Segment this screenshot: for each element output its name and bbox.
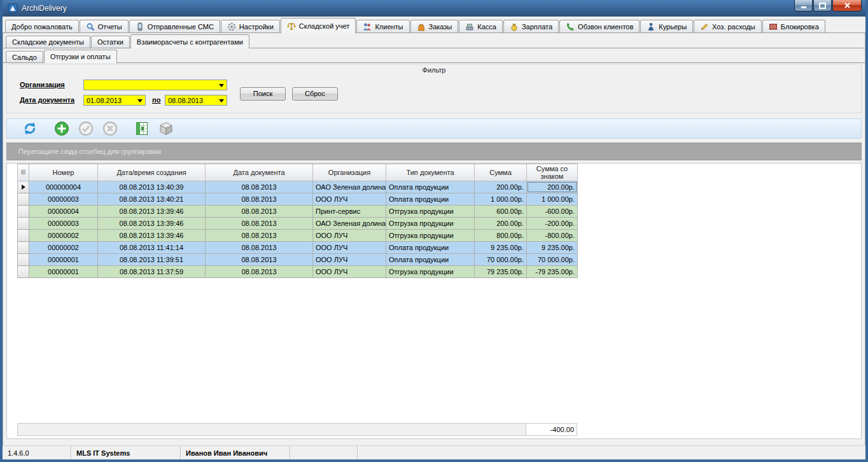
chevron-down-icon [219,84,224,90]
tab-label: Настройки [239,23,274,31]
cell-sum-signed: 1 000.00р. [527,193,578,206]
row-indicator[interactable] [18,181,29,193]
add-button[interactable] [53,120,71,137]
cell-number: 00000001 [29,266,98,278]
table-row[interactable]: 000000004 08.08.2013 13:40:39 08.08.2013… [18,181,578,193]
tab-household-expenses[interactable]: Хоз. расходы [694,20,762,32]
date-from-value: 01.08.2013 [87,97,122,104]
row-indicator[interactable] [18,218,29,230]
tab-label: Взаиморасчеты с контрагентами [137,38,243,46]
summary-spacer [18,424,526,435]
cell-sum-signed: 200.00р. [527,181,578,193]
reset-button[interactable]: Сброс [292,87,338,101]
cell-created: 08.08.2013 11:41:14 [98,242,206,254]
tab-shipments-payments[interactable]: Отгрузки и оплаты [44,50,117,63]
sms-phone-icon [136,22,144,31]
tab-label: Заказы [429,23,452,31]
group-by-hint: Перетащите сюда столбец для группировки [18,148,161,155]
tab-warehouse-documents[interactable]: Складские документы [6,36,90,48]
tab-warehouse-accounting[interactable]: Складской учет [281,18,356,33]
tab-label: Складской учет [299,22,350,30]
app-icon [8,3,18,13]
tab-label: Клиенты [375,23,403,31]
tab-stock-balance[interactable]: Остатки [91,36,130,48]
tab-label: Остатки [97,38,123,46]
row-indicator[interactable] [18,242,29,254]
tab-reports[interactable]: Отчеты [80,20,129,32]
cell-number: 00000003 [29,193,98,206]
tab-label: Курьеры [659,23,687,31]
row-indicator[interactable] [18,193,29,206]
cell-number: 00000002 [29,242,98,254]
column-header-doc-date[interactable]: Дата документа [206,164,313,181]
tab-label: Хоз. расходы [712,23,755,31]
table-row[interactable]: 00000003 08.08.2013 13:40:21 08.08.2013 … [18,193,578,206]
tab-clients[interactable]: Клиенты [356,20,409,32]
tab-label: Обзвон клиентов [578,23,633,31]
cell-sum-signed: 9 235.00р. [527,242,578,254]
row-indicator[interactable] [18,230,29,242]
table-row[interactable]: 00000002 08.08.2013 11:41:14 08.08.2013 … [18,242,578,254]
date-from-combobox[interactable]: 01.08.2013 [83,95,146,106]
row-indicator[interactable] [18,254,29,266]
row-indicator[interactable] [18,266,29,278]
column-header-doc-type[interactable]: Тип документа [386,164,475,181]
cell-doc-type: Отгрузка продукции [386,218,475,230]
maximize-button[interactable] [813,0,832,11]
tab-welcome[interactable]: Добро пожаловать [5,20,79,32]
table-row[interactable]: 00000004 08.08.2013 13:39:46 08.08.2013 … [18,206,578,218]
close-icon [844,2,851,9]
tab-salary[interactable]: Зарплата [503,20,559,32]
row-indicator[interactable] [18,206,29,218]
cell-sum-signed: -79 235.00р. [527,266,578,278]
minimize-icon [801,3,807,9]
search-button[interactable]: Поиск [240,87,286,101]
column-header-sum-signed[interactable]: Сумма со знаком [527,164,578,181]
column-header-organization[interactable]: Организация [313,164,386,181]
tab-label: Касса [477,23,496,31]
date-to-combobox[interactable]: 08.08.2013 [165,95,227,106]
cell-organization: ОАО Зеленая долина [313,181,386,193]
tab-couriers[interactable]: Курьеры [640,20,693,32]
minimize-button[interactable] [794,0,813,11]
table-row[interactable]: 00000001 08.08.2013 11:39:51 08.08.2013 … [18,254,578,266]
column-header-number[interactable]: Номер [29,164,98,181]
cell-sum: 800.00р. [475,230,527,242]
gear-icon [227,22,236,31]
cancel-button[interactable] [101,120,119,137]
cell-doc-date: 08.08.2013 [206,206,313,218]
summary-total: -400.00 [526,424,577,435]
tab-cash-desk[interactable]: Касса [459,20,503,32]
table-row[interactable]: 00000003 08.08.2013 13:39:46 08.08.2013 … [18,218,578,230]
group-by-panel[interactable]: Перетащите сюда столбец для группировки [6,143,862,160]
tab-settings[interactable]: Настройки [221,20,280,32]
titlebar: ArchiDelivery [3,0,865,17]
settlements-tab-bar: Сальдо Отгрузки и оплаты [3,48,865,63]
cell-sum: 70 000.00р. [475,254,527,266]
tab-call-clients[interactable]: Обзвон клиентов [559,20,640,32]
tab-mutual-settlements[interactable]: Взаиморасчеты с контрагентами [130,34,249,48]
column-header-sum[interactable]: Сумма [475,164,527,181]
cell-organization: ООО ЛУЧ [313,242,386,254]
cube-button[interactable] [157,120,175,137]
close-button[interactable] [832,0,862,11]
table-row[interactable]: 00000001 08.08.2013 11:37:59 08.08.2013 … [18,266,578,278]
tab-lock[interactable]: Блокировка [762,20,825,32]
cell-doc-date: 08.08.2013 [206,230,313,242]
excel-export-button[interactable] [133,120,151,137]
bricks-icon [769,22,778,31]
confirm-button[interactable] [77,120,95,137]
window-title: ArchiDelivery [22,4,67,13]
tab-orders[interactable]: Заказы [410,20,459,32]
column-header-created[interactable]: Дата/время создания [98,164,206,181]
organization-combobox[interactable] [83,80,227,90]
tab-saldo[interactable]: Сальдо [6,51,43,62]
status-empty-cell [358,446,865,459]
tab-label: Зарплата [522,23,552,31]
cell-number: 00000004 [29,206,98,218]
refresh-button[interactable] [21,120,39,137]
tab-sent-sms[interactable]: Отправленные СМС [129,20,220,32]
cell-doc-type: Оплата продукции [386,193,475,206]
table-row[interactable]: 00000002 08.08.2013 13:39:46 08.08.2013 … [18,230,578,242]
grid-container: Номер Дата/время создания Дата документа… [6,163,862,439]
